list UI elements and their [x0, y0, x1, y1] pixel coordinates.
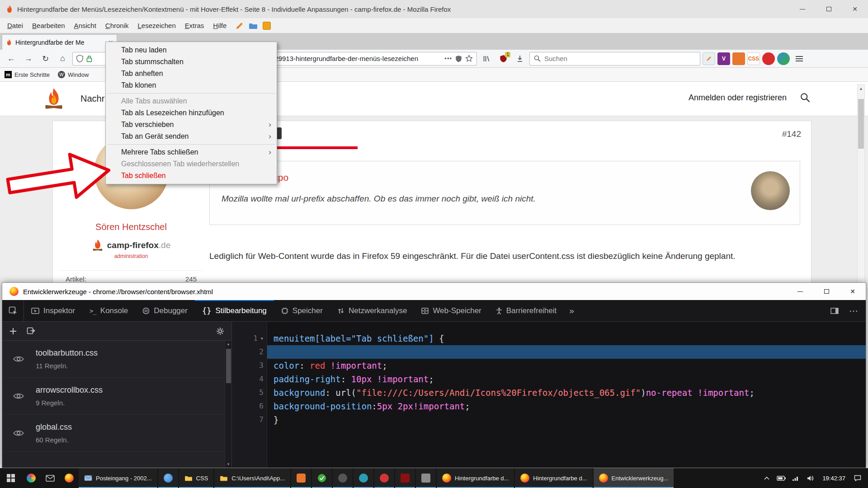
- devtools-maximize-button[interactable]: [813, 283, 840, 300]
- devtools-close-button[interactable]: ✕: [840, 283, 866, 300]
- scroll-up-icon[interactable]: ▲: [859, 86, 863, 91]
- download-button[interactable]: [513, 52, 527, 66]
- pinned-browser-icon[interactable]: [22, 468, 41, 488]
- close-button[interactable]: ✕: [842, 0, 868, 18]
- menu-item-tab-stummschalten[interactable]: Tab stummschalten: [106, 56, 277, 68]
- taskbar-button-devtools[interactable]: Entwicklerwerkzeug...: [594, 468, 674, 488]
- ublock-extension-button[interactable]: 1: [496, 52, 510, 66]
- code-line-6[interactable]: 6 background-position:5px 2px!important;: [232, 399, 866, 413]
- site-nav-item[interactable]: Nachr: [80, 94, 104, 104]
- volume-icon[interactable]: [805, 475, 815, 481]
- menu-chronik[interactable]: Chronik: [101, 18, 133, 33]
- code-line-7[interactable]: 7 }: [232, 413, 866, 427]
- taskbar-button-blue-app[interactable]: [158, 468, 178, 488]
- network-icon[interactable]: [791, 475, 801, 481]
- tab-inspektor[interactable]: Inspektor: [24, 300, 82, 321]
- menu-hilfe[interactable]: Hilfe: [208, 18, 231, 33]
- tracking-shield-icon[interactable]: [76, 55, 83, 62]
- back-button[interactable]: ←: [4, 52, 19, 66]
- orange-extension-icon[interactable]: [732, 52, 745, 65]
- compose-pencil-icon[interactable]: [235, 21, 245, 31]
- visibility-eye-icon[interactable]: [13, 430, 24, 436]
- pinned-mail-icon[interactable]: [41, 468, 60, 488]
- library-button[interactable]: [479, 52, 494, 66]
- tab-debugger[interactable]: Debugger: [135, 300, 195, 321]
- taskbar-button-darkred-app[interactable]: [395, 468, 415, 488]
- taskbar-button-green-check-app[interactable]: [312, 468, 332, 488]
- search-bar[interactable]: Suchen: [529, 52, 700, 66]
- selected-empty-line[interactable]: [267, 345, 866, 359]
- app-menu-button[interactable]: [792, 52, 807, 66]
- taskbar-button-firefox-2[interactable]: Hintergrundfarbe d...: [515, 468, 592, 488]
- red-circle-extension-icon[interactable]: [762, 52, 775, 65]
- tab[interactable]: Hintergrundfarbe der Me ✕: [2, 34, 117, 50]
- menu-ansicht[interactable]: Ansicht: [70, 18, 101, 33]
- visibility-eye-icon[interactable]: [13, 356, 24, 362]
- tab-web-speicher[interactable]: Web-Speicher: [414, 300, 488, 321]
- stylesheet-pane-scrollbar[interactable]: ▲ ▼: [225, 341, 231, 468]
- taskbar-button-teal-app[interactable]: [354, 468, 373, 488]
- taskbar-button-dark-app[interactable]: [333, 468, 353, 488]
- orange-addon-icon[interactable]: [262, 21, 272, 31]
- color-circle-extension-icon[interactable]: [777, 52, 790, 65]
- bookmark-erste-schritte[interactable]: m Erste Schritte: [5, 71, 50, 78]
- battery-icon[interactable]: [776, 476, 786, 481]
- pick-element-button[interactable]: [2, 300, 24, 321]
- menu-item-tab-neu-laden[interactable]: Tab neu laden: [106, 44, 277, 56]
- menu-item-tab-klonen[interactable]: Tab klonen: [106, 80, 277, 91]
- bookmark-window[interactable]: W Window: [58, 71, 89, 78]
- folder-icon[interactable]: [248, 21, 258, 31]
- site-search-icon[interactable]: [800, 93, 810, 103]
- stylesheet-item[interactable]: arrowscrollbox.css 9 Regeln.: [2, 378, 231, 415]
- tab-konsole[interactable]: >_ Konsole: [82, 300, 135, 321]
- tab-netzwerkanalyse[interactable]: Netzwerkanalyse: [330, 300, 414, 321]
- start-button[interactable]: [0, 468, 22, 488]
- new-stylesheet-plus-icon[interactable]: [9, 328, 17, 335]
- visibility-eye-icon[interactable]: [13, 393, 24, 399]
- code-line-3[interactable]: 3 color: red !important;: [232, 359, 866, 372]
- tab-stilbearbeitung[interactable]: {} Stilbearbeitung: [195, 300, 274, 321]
- dock-side-button[interactable]: [826, 300, 843, 321]
- permissions-shield-icon[interactable]: [455, 55, 462, 62]
- stylesheet-name[interactable]: global.css: [36, 422, 72, 432]
- tab-speicher[interactable]: Speicher: [274, 300, 330, 321]
- devtools-minimize-button[interactable]: [787, 283, 813, 300]
- taskbar-button-red-circle-app[interactable]: [374, 468, 394, 488]
- gear-icon[interactable]: [216, 327, 224, 335]
- maximize-button[interactable]: [816, 0, 842, 18]
- home-button[interactable]: ⌂: [55, 52, 70, 66]
- minimize-button[interactable]: [789, 0, 816, 18]
- code-line-2[interactable]: 2: [232, 345, 866, 359]
- quote-title[interactable]: Zitat von milupo: [222, 172, 741, 183]
- forward-button[interactable]: →: [21, 52, 36, 66]
- menu-extras[interactable]: Extras: [180, 18, 209, 33]
- signin-link[interactable]: Anmelden oder registrieren: [689, 93, 787, 103]
- code-line-1[interactable]: 1▾ menuitem[label="Tab schließen"] {: [232, 332, 866, 345]
- quoted-user-avatar[interactable]: [751, 171, 790, 210]
- stylesheet-name[interactable]: arrowscrollbox.css: [36, 385, 103, 395]
- code-line-5[interactable]: 5 background: url("file:///C:/Users/Andi…: [232, 386, 866, 399]
- pinned-firefox-icon[interactable]: [60, 468, 79, 488]
- taskbar-button-firefox-1[interactable]: Hintergrundfarbe d...: [437, 468, 514, 488]
- taskbar-button-grey-app[interactable]: [416, 468, 436, 488]
- devtools-menu-button[interactable]: ⋯: [845, 300, 862, 321]
- menu-item-tab-an-geraet-senden[interactable]: Tab an Gerät senden ›: [106, 131, 277, 142]
- scrollbar-thumb[interactable]: [858, 99, 864, 149]
- menu-item-tab-schliessen[interactable]: Tab schließen: [106, 170, 277, 182]
- import-stylesheet-icon[interactable]: [27, 327, 35, 335]
- taskbar-button-posteingang[interactable]: Posteingang - 2002...: [79, 468, 157, 488]
- menu-item-tab-verschieben[interactable]: Tab verschieben ›: [106, 119, 277, 131]
- menu-item-tab-anheften[interactable]: Tab anheften: [106, 68, 277, 80]
- taskbar-button-orange-app[interactable]: [291, 468, 311, 488]
- violet-v-extension-icon[interactable]: V: [717, 52, 730, 65]
- bookmark-star-icon[interactable]: [465, 55, 473, 62]
- more-tools-button[interactable]: »: [564, 300, 580, 321]
- stylesheet-item[interactable]: toolbarbutton.css 11 Regeln.: [2, 341, 231, 378]
- tab-barrierefreiheit[interactable]: Barrierefreiheit: [489, 300, 564, 321]
- taskbar-button-explorer-path[interactable]: C:\Users\Andi\App...: [214, 468, 290, 488]
- stylesheet-name[interactable]: toolbarbutton.css: [36, 348, 98, 358]
- page-actions-icon[interactable]: •••: [444, 55, 452, 62]
- stylesheet-item[interactable]: global.css 60 Regeln.: [2, 415, 231, 452]
- tray-expand-chevron-icon[interactable]: [762, 476, 772, 480]
- menu-datei[interactable]: Datei: [3, 18, 28, 33]
